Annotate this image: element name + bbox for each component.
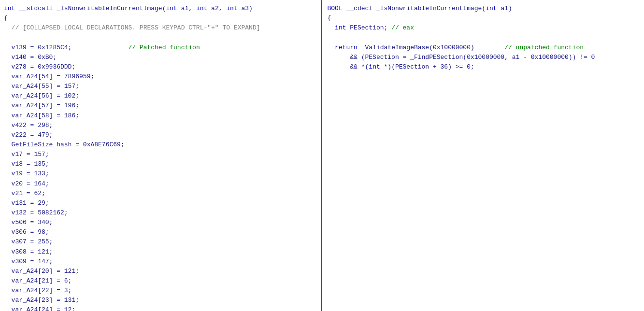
left-line-19: v20 = 164; xyxy=(4,179,321,189)
left-line-12: var_A24[58] = 186; xyxy=(4,111,321,121)
left-line-8: var_A24[54] = 7896959; xyxy=(4,72,321,82)
left-line-23: v506 = 340; xyxy=(4,218,321,227)
left-line-2: { xyxy=(4,14,321,23)
left-line-25: v307 = 255; xyxy=(4,237,321,247)
left-line-21: v131 = 29; xyxy=(4,198,321,208)
left-line-9: var_A24[55] = 157; xyxy=(4,82,321,91)
left-line-32: var_A24[24] = 12; xyxy=(4,305,321,311)
left-line-13: v422 = 298; xyxy=(4,121,321,130)
left-line-18: v19 = 133; xyxy=(4,169,321,179)
left-line-10: var_A24[56] = 102; xyxy=(4,91,321,101)
main-container: int __stdcall _IsNonwritableInCurrentIma… xyxy=(0,0,644,311)
left-line-28: var_A24[20] = 121; xyxy=(4,267,321,276)
right-line-5: return _ValidateImageBase(0x10000000) //… xyxy=(328,43,644,53)
left-line-blank xyxy=(4,33,321,42)
left-line-17: v18 = 135; xyxy=(4,159,321,169)
right-line-1: BOOL __cdecl _IsNonwritableInCurrentImag… xyxy=(328,4,644,14)
left-line-31: var_A24[23] = 131; xyxy=(4,296,321,305)
left-pane: int __stdcall _IsNonwritableInCurrentIma… xyxy=(0,0,322,311)
right-pane: BOOL __cdecl _IsNonwritableInCurrentImag… xyxy=(322,0,644,311)
left-line-15: GetFileSize_hash = 0xA8E76C69; xyxy=(4,140,321,150)
left-line-20: v21 = 62; xyxy=(4,189,321,198)
left-line-24: v306 = 98; xyxy=(4,227,321,237)
right-line-7: && *(int *)(PESection + 36) >= 0; xyxy=(328,62,644,72)
right-line-6: && (PESection = _FindPESection(0x1000000… xyxy=(328,53,644,62)
left-line-7: v278 = 0x9936DDD; xyxy=(4,62,321,72)
left-line-26: v308 = 121; xyxy=(4,247,321,257)
left-line-3: // [COLLAPSED LOCAL DECLARATIONS. PRESS … xyxy=(4,23,321,33)
left-line-1: int __stdcall _IsNonwritableInCurrentIma… xyxy=(4,4,321,14)
left-line-29: var_A24[21] = 6; xyxy=(4,276,321,286)
left-line-11: var_A24[57] = 196; xyxy=(4,101,321,111)
left-line-6: v140 = 0xB0; xyxy=(4,53,321,62)
left-line-22: v132 = 5082162; xyxy=(4,208,321,218)
right-line-3: int PESection; // eax xyxy=(328,23,644,33)
right-line-2: { xyxy=(328,14,644,23)
left-line-16: v17 = 157; xyxy=(4,150,321,159)
left-line-30: var_A24[22] = 3; xyxy=(4,286,321,296)
right-line-blank xyxy=(328,33,644,42)
left-line-5: v139 = 0x1285C4; // Patched function xyxy=(4,43,321,53)
left-line-14: v222 = 479; xyxy=(4,130,321,140)
left-line-27: v309 = 147; xyxy=(4,257,321,267)
